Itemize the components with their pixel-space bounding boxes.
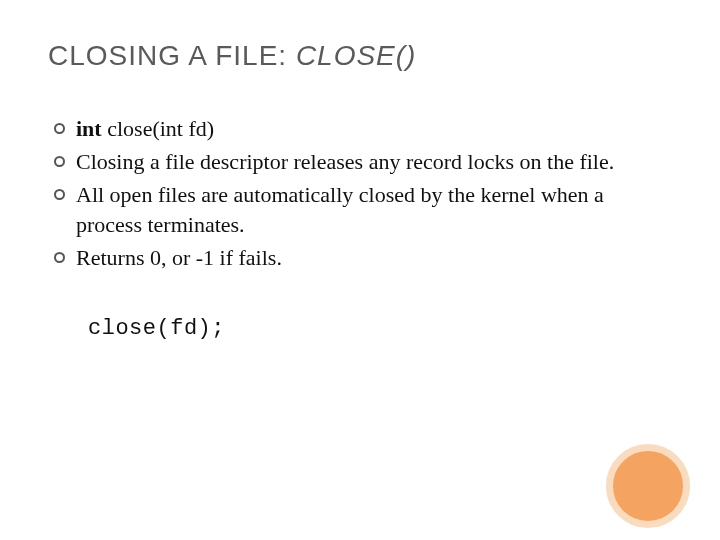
list-item: int close(int fd) (54, 114, 672, 145)
bullet-icon (54, 252, 65, 263)
title-main: CLOSING A FILE: (48, 40, 296, 71)
slide: CLOSING A FILE: CLOSE() int close(int fd… (0, 0, 720, 540)
bullet-icon (54, 123, 65, 134)
slide-title: CLOSING A FILE: CLOSE() (48, 40, 672, 72)
bullet-bold: int (76, 116, 102, 141)
bullet-text: All open files are automatically closed … (76, 182, 604, 238)
list-item: All open files are automatically closed … (54, 180, 672, 242)
bullet-icon (54, 189, 65, 200)
bullet-text: Returns 0, or -1 if fails. (76, 245, 282, 270)
list-item: Closing a file descriptor releases any r… (54, 147, 672, 178)
bullet-icon (54, 156, 65, 167)
code-example: close(fd); (88, 316, 672, 341)
bullet-text: close(int fd) (102, 116, 214, 141)
bullet-list: int close(int fd) Closing a file descrip… (48, 114, 672, 274)
list-item: Returns 0, or -1 if fails. (54, 243, 672, 274)
bullet-text: Closing a file descriptor releases any r… (76, 149, 614, 174)
title-emph: CLOSE() (296, 40, 417, 71)
decorative-circle-icon (606, 444, 690, 528)
